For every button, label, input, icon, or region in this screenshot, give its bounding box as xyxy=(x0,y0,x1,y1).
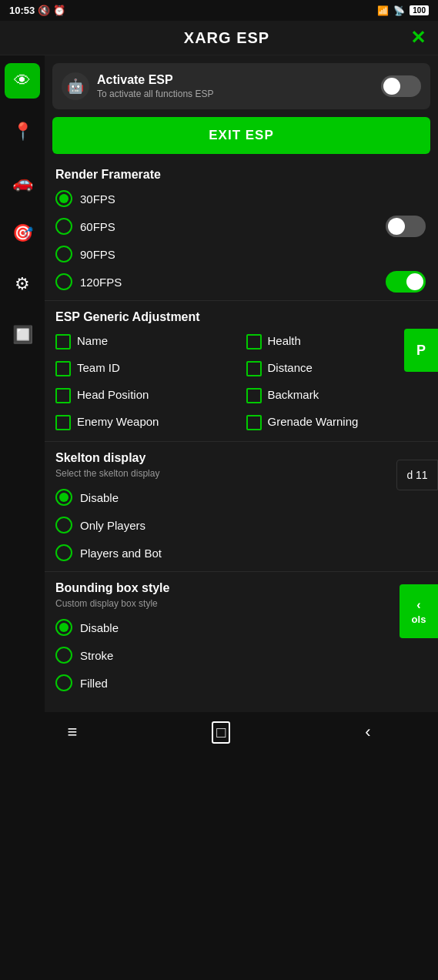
checkbox-grid: Name Health Team ID Distance xyxy=(45,327,438,436)
fps-30-label: 30FPS xyxy=(80,192,115,206)
skelton-onlyplayers-label: Only Players xyxy=(80,519,145,532)
exit-esp-button[interactable]: EXIT ESP xyxy=(52,117,430,154)
green-tab-d11[interactable]: d 11 xyxy=(396,460,438,490)
sidebar-item-eye[interactable]: 👁 xyxy=(5,63,40,99)
checkbox-grenadewarning[interactable]: Grenade Warning xyxy=(242,411,433,433)
checkbox-teamid[interactable]: Team ID xyxy=(51,357,242,380)
green-tab-d11-label: d 11 xyxy=(406,469,427,481)
fps-90-label: 90FPS xyxy=(80,248,115,261)
checkbox-health[interactable]: Health xyxy=(242,330,433,353)
divider-2 xyxy=(45,441,438,442)
fps-60-row: 60FPS xyxy=(45,212,438,240)
checkbox-backmark-label: Backmark xyxy=(268,387,319,403)
bbox-stroke-radio[interactable] xyxy=(55,647,72,664)
checkbox-enemyweapon[interactable]: Enemy Weapon xyxy=(51,411,242,433)
fps-120-label: 120FPS xyxy=(80,276,122,289)
bottom-nav-home[interactable]: □ xyxy=(212,721,230,744)
wifi-icon: 📡 xyxy=(393,5,405,16)
status-right: 📶 📡 100 xyxy=(377,5,429,16)
checkbox-teamid-box[interactable] xyxy=(55,361,71,376)
sidebar-item-chip[interactable]: 🔲 xyxy=(5,317,40,353)
bbox-stroke-label: Stroke xyxy=(80,649,113,662)
skelton-playersbot-option[interactable]: Players and Bot xyxy=(45,539,438,567)
checkbox-backmark-box[interactable] xyxy=(246,388,262,403)
checkbox-name-box[interactable] xyxy=(55,334,71,350)
app-header: XARG ESP ✕ xyxy=(0,21,438,55)
bbox-stroke-option[interactable]: Stroke xyxy=(45,641,438,669)
skelton-playersbot-radio[interactable] xyxy=(55,544,72,561)
skelton-onlyplayers-option[interactable]: Only Players xyxy=(45,511,438,539)
bottom-nav-menu[interactable]: ≡ xyxy=(67,722,77,742)
bbox-filled-option[interactable]: Filled xyxy=(45,669,438,697)
sidebar: 👁 📍 🚗 🎯 ⚙ 🔲 xyxy=(0,55,45,712)
bbox-disable-option[interactable]: Disable xyxy=(45,614,438,641)
fps-120-toggle-knob xyxy=(406,273,423,290)
fps-120-row: 120FPS xyxy=(45,268,438,296)
settings-icon: ⚙ xyxy=(15,274,30,294)
skelton-onlyplayers-radio[interactable] xyxy=(55,517,72,533)
green-tab-ols-label: ols xyxy=(412,614,426,625)
skelton-display-subtitle: Select the skelton display xyxy=(45,468,438,483)
toggle-knob xyxy=(383,78,400,95)
checkbox-health-box[interactable] xyxy=(246,334,262,350)
green-tab-p-label: P xyxy=(416,343,426,359)
fps-30-option[interactable]: 30FPS xyxy=(45,185,438,212)
fps-30-radio[interactable] xyxy=(55,190,72,207)
fps-120-radio[interactable] xyxy=(55,273,72,290)
esp-icon: 🤖 xyxy=(62,72,89,100)
sidebar-item-car[interactable]: 🚗 xyxy=(5,165,40,200)
bounding-box-title: Bounding box style xyxy=(45,577,438,598)
checkbox-backmark[interactable]: Backmark xyxy=(242,384,433,406)
checkbox-headposition-box[interactable] xyxy=(55,388,71,403)
sidebar-item-location[interactable]: 📍 xyxy=(5,114,40,149)
fps-60-toggle-knob xyxy=(388,218,405,235)
bottom-nav: ≡ □ ‹ xyxy=(0,712,438,752)
mute-icon: 🔇 xyxy=(38,5,50,16)
checkbox-headposition[interactable]: Head Position xyxy=(51,384,242,406)
fps-90-radio[interactable] xyxy=(55,246,72,263)
divider-3 xyxy=(45,571,438,572)
close-button[interactable]: ✕ xyxy=(410,27,426,48)
checkbox-distance[interactable]: Distance xyxy=(242,357,433,380)
activate-subtitle: To activate all functions ESP xyxy=(97,89,373,99)
green-tab-arrow: ‹ xyxy=(416,598,420,612)
bbox-filled-label: Filled xyxy=(80,677,108,690)
app-title: XARG ESP xyxy=(184,29,269,47)
checkbox-distance-label: Distance xyxy=(268,360,313,376)
sidebar-item-target[interactable]: 🎯 xyxy=(5,216,40,251)
checkbox-grenadewarning-box[interactable] xyxy=(246,415,262,430)
location-icon: 📍 xyxy=(12,122,33,142)
checkbox-distance-box[interactable] xyxy=(246,361,262,376)
fps-60-option[interactable]: 60FPS xyxy=(45,212,386,240)
checkbox-teamid-label: Team ID xyxy=(77,360,120,376)
esp-generic-title: ESP Generic Adjustment xyxy=(45,306,438,327)
checkbox-name[interactable]: Name xyxy=(51,330,242,353)
skelton-display-section: Skelton display Select the skelton displ… xyxy=(45,447,438,567)
time-display: 10:53 xyxy=(9,5,35,16)
sidebar-item-settings[interactable]: ⚙ xyxy=(5,266,40,302)
bounding-box-section: Bounding box style Custom display box st… xyxy=(45,577,438,697)
fps-90-option[interactable]: 90FPS xyxy=(45,240,438,268)
checkbox-grenadewarning-label: Grenade Warning xyxy=(268,414,359,430)
skelton-playersbot-label: Players and Bot xyxy=(80,547,162,560)
skelton-disable-radio[interactable] xyxy=(55,489,72,506)
render-framerate-title: Render Framerate xyxy=(45,163,438,185)
green-tab-p[interactable]: P xyxy=(404,329,438,372)
fps-120-toggle[interactable] xyxy=(386,271,426,293)
bottom-nav-back[interactable]: ‹ xyxy=(365,722,370,742)
skelton-disable-option[interactable]: Disable xyxy=(45,483,438,511)
esp-generic-section: ESP Generic Adjustment Name Health Team … xyxy=(45,306,438,436)
chip-icon: 🔲 xyxy=(12,325,33,345)
bbox-filled-radio[interactable] xyxy=(55,674,72,691)
fps-60-toggle[interactable] xyxy=(386,216,426,237)
fps-60-radio[interactable] xyxy=(55,218,72,235)
checkbox-enemyweapon-label: Enemy Weapon xyxy=(77,414,159,430)
bbox-disable-label: Disable xyxy=(80,621,119,634)
target-icon: 🎯 xyxy=(12,223,33,243)
activate-esp-toggle[interactable] xyxy=(381,75,421,97)
checkbox-enemyweapon-box[interactable] xyxy=(55,415,71,430)
fps-120-option[interactable]: 120FPS xyxy=(45,268,386,296)
skelton-display-title: Skelton display xyxy=(45,447,438,468)
green-tab-ols[interactable]: ‹ ols xyxy=(400,584,438,638)
bbox-disable-radio[interactable] xyxy=(55,619,72,636)
